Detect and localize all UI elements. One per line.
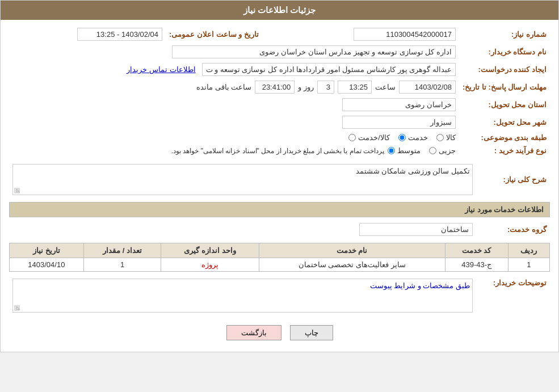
page-header: جزئیات اطلاعات نیاز xyxy=(1,1,558,20)
geroh-value: ساختمان xyxy=(359,223,473,236)
jozii-label: جزیی xyxy=(439,146,456,155)
services-table: ردیف کد خدمت نام خدمت واحد اندازه گیری ت… xyxy=(9,243,550,272)
namDastgah-value: اداره کل توسازی توسعه و تجهیز مدارس استا… xyxy=(172,45,456,58)
col-tedad: تعداد / مقدار xyxy=(83,243,161,258)
kala-khadamat-radio[interactable] xyxy=(348,134,356,141)
buttons-row: چاپ بازگشت xyxy=(9,319,550,346)
cell-nam: سایر فعالیت‌های تخصصی ساختمان xyxy=(259,258,445,272)
resize-handle: ◺ xyxy=(14,188,20,193)
sharh-label: شرح کلی نیاز: xyxy=(476,162,550,197)
cell-tedad: 1 xyxy=(83,258,161,272)
tarikho-value: 1403/02/04 - 13:25 xyxy=(77,28,162,41)
col-radif: ردیف xyxy=(508,243,549,258)
jozii-option[interactable]: جزیی xyxy=(429,146,456,155)
shomareNiaz-value: 1103004542000017 xyxy=(354,28,456,41)
kala-label: کالا xyxy=(446,133,456,142)
noeFarayand-label: نوع فرآیند خرید : xyxy=(459,144,550,157)
roz-value: 3 xyxy=(317,81,334,94)
col-tarikh: تاریخ نیاز xyxy=(10,243,84,258)
col-kod: کد خدمت xyxy=(445,243,508,258)
cell-tarikh: 1403/04/10 xyxy=(10,258,84,272)
khadamat-label: خدمت xyxy=(408,133,428,142)
print-button[interactable]: چاپ xyxy=(290,325,333,340)
shahr-label: شهر محل تحویل: xyxy=(459,113,550,131)
sharh-value: تکمیل سالن ورزشی شامکان ششتمد xyxy=(15,167,470,175)
cell-radif: 1 xyxy=(508,258,549,272)
roz-label: روز و xyxy=(298,83,314,91)
namDastgah-label: نام دستگاه خریدار: xyxy=(459,43,550,61)
ijadKonande-label: ایجاد کننده درخواست: xyxy=(459,61,550,78)
time-label: ساعت xyxy=(375,83,396,91)
tozihat-label: توضیحات خریدار: xyxy=(476,276,550,315)
ostan-value: خراسان رضوی xyxy=(342,98,456,111)
shomareNiaz-label: شماره نیاز: xyxy=(459,26,550,43)
page-title: جزئیات اطلاعات نیاز xyxy=(243,5,316,15)
date-value: 1403/02/08 xyxy=(399,81,456,94)
farayand-note: پرداخت تمام یا بخشی از مبلغ خریدار از مح… xyxy=(171,147,384,155)
remaining-label: ساعت باقی مانده xyxy=(196,83,251,91)
tabaqe-khadamat[interactable]: خدمت xyxy=(398,133,428,142)
table-row: 1 ج-43-439 سایر فعالیت‌های تخصصی ساختمان… xyxy=(10,258,550,272)
tabaqe-kala[interactable]: کالا xyxy=(436,133,456,142)
motavaset-option[interactable]: متوسط xyxy=(388,146,421,155)
kala-khadamat-label: کالا/خدمت xyxy=(358,133,390,142)
khadamat-radio[interactable] xyxy=(398,134,406,141)
kala-radio[interactable] xyxy=(436,134,444,141)
ijadKonande-value: عبداله گوهری پور کارشناس مسئول امور قرار… xyxy=(202,63,456,76)
tabaqe-label: طبقه بندی موضوعی: xyxy=(459,131,550,144)
tarikho-label: تاریخ و ساعت اعلان عمومی: xyxy=(166,26,262,43)
time-value: 13:25 xyxy=(338,81,372,94)
tozihat-value: طبق مشخصات و شرایط پیوست xyxy=(15,281,470,290)
services-header-text: اطلاعات خدمات مورد نیاز xyxy=(465,205,544,214)
tozihat-resize-handle: ◺ xyxy=(14,305,20,311)
back-button[interactable]: بازگشت xyxy=(226,325,281,340)
col-nam: نام خدمت xyxy=(259,243,445,258)
tabaqe-kala-khadamat[interactable]: کالا/خدمت xyxy=(348,133,390,142)
remaining-value: 23:41:00 xyxy=(255,81,295,94)
jozii-radio[interactable] xyxy=(429,147,436,154)
geroh-label: گروه خدمت: xyxy=(476,221,550,238)
cell-kod: ج-43-439 xyxy=(445,258,508,272)
col-vahed: واحد اندازه گیری xyxy=(161,243,259,258)
contact-link[interactable]: اطلاعات تماس خریدار xyxy=(127,65,195,74)
motavaset-radio[interactable] xyxy=(388,147,395,154)
mohlatErsal-label: مهلت ارسال پاسخ: تا تاریخ: xyxy=(459,78,550,96)
cell-vahed: پروژه xyxy=(161,258,259,272)
ostan-label: استان محل تحویل: xyxy=(459,96,550,113)
motavaset-label: متوسط xyxy=(397,146,421,155)
shahr-value: سبزوار xyxy=(342,116,456,129)
services-section-header: اطلاعات خدمات مورد نیاز xyxy=(9,202,550,217)
